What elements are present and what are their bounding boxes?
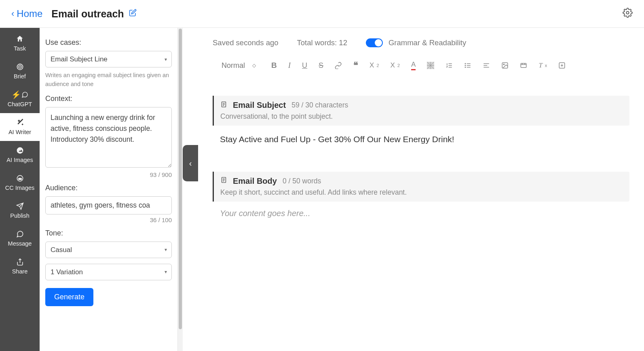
context-counter: 93 / 900 [45,171,172,178]
svg-rect-21 [521,63,527,68]
superscript-button[interactable]: X2 [391,61,400,69]
ordered-list-button[interactable] [446,62,453,69]
chatgpt-icon: ⚡ [11,90,28,99]
grammar-toggle[interactable] [366,38,383,47]
app-header: ‹ Home Email outreach [0,0,644,27]
sidebar-item-message[interactable]: Message [0,225,40,252]
tone-select[interactable]: Casual [45,242,172,258]
text-color-button[interactable]: A [411,61,416,70]
sidebar-item-cc-images[interactable]: cc CC Images [0,169,40,197]
audience-label: Audience: [45,184,172,192]
underline-button[interactable]: U [302,61,307,70]
svg-point-13 [465,63,466,64]
sidebar-item-ai-images[interactable]: AI Images [0,141,40,169]
strikethrough-button[interactable]: S [319,61,323,70]
generate-button[interactable]: Generate [45,288,93,306]
audience-counter: 36 / 100 [45,216,172,223]
target-icon [16,62,24,71]
add-block-button[interactable] [558,62,566,69]
collapse-pane: ‹ [183,28,198,351]
main: Task Brief ⚡ ChatGPT AI Writer AI Images… [0,27,644,351]
svg-point-14 [465,65,466,66]
subscript-button[interactable]: X2 [370,61,379,69]
unordered-list-button[interactable] [464,62,471,69]
grammar-label: Grammar & Readability [389,38,466,47]
body-placeholder[interactable]: Your content goes here... [220,209,629,218]
svg-point-3 [19,66,20,67]
highlight-button[interactable] [427,62,434,69]
bold-button[interactable]: B [271,61,277,70]
use-case-select[interactable]: Email Subject Line [45,51,172,67]
document-icon [220,101,227,110]
send-icon [16,202,24,210]
sidebar-item-publish[interactable]: Publish [0,197,40,225]
clear-format-button[interactable]: Tx [538,61,547,69]
context-label: Context: [45,95,172,103]
email-subject-block: Email Subject 59 / 30 characters Convers… [213,96,629,146]
email-body-block: Email Body 0 / 50 words Keep it short, s… [213,172,629,218]
block-header[interactable]: Email Body 0 / 50 words Keep it short, s… [213,172,629,202]
insert-video-button[interactable] [520,62,527,69]
block-subtitle: Keep it short, succinct and useful. Add … [220,188,623,197]
document-icon [220,177,227,185]
align-button[interactable] [483,62,490,69]
edit-icon[interactable] [129,9,137,19]
context-textarea[interactable]: Launching a new energy drink for active,… [45,107,172,168]
home-link[interactable]: ‹ Home [11,8,42,19]
paragraph-style-select[interactable]: Normal◇ [222,61,256,70]
insert-image-button[interactable] [501,62,509,69]
use-case-hint: Writes an engaging email subject lines g… [45,71,172,89]
page-title: Email outreach [51,8,136,20]
house-icon [16,34,24,43]
sidebar-item-brief[interactable]: Brief [0,57,40,85]
tone-label: Tone: [45,229,172,238]
chevron-left-icon: ‹ [11,8,14,19]
quote-button[interactable]: ❝ [353,60,358,71]
word-count: Total words: 12 [297,38,347,47]
variation-select[interactable]: 1 Variation [45,264,172,280]
sidebar: Task Brief ⚡ ChatGPT AI Writer AI Images… [0,28,40,351]
share-icon [16,257,24,266]
chevron-left-icon: ‹ [189,159,192,168]
audience-input[interactable] [45,196,172,214]
editor-status-bar: Saved seconds ago Total words: 12 Gramma… [213,38,629,47]
scrollbar-track[interactable] [178,28,183,351]
block-subtitle: Conversational, to the point subject. [220,112,623,121]
form-panel: Use cases: Email Subject Line Writes an … [40,28,178,351]
link-button[interactable] [335,62,342,69]
saved-status: Saved seconds ago [213,38,279,47]
svg-point-15 [465,67,466,68]
subject-content[interactable]: Stay Active and Fuel Up - Get 30% Off Ou… [220,133,629,146]
svg-text:cc: cc [18,177,21,180]
settings-icon[interactable] [623,8,633,20]
block-char-count: 59 / 30 characters [291,101,348,109]
image-icon [16,146,24,155]
sidebar-item-ai-writer[interactable]: AI Writer [0,113,40,141]
editor-toolbar: Normal◇ B I U S ❝ X2 X2 A Tx [213,57,629,74]
sidebar-item-task[interactable]: Task [0,29,40,57]
use-cases-label: Use cases: [45,38,172,47]
block-word-count: 0 / 50 words [283,177,321,185]
block-title: Email Subject [233,101,286,110]
collapse-button[interactable]: ‹ [183,145,198,181]
svg-point-20 [504,64,505,65]
block-title: Email Body [233,177,277,186]
wand-icon [16,118,24,127]
editor-panel: Saved seconds ago Total words: 12 Gramma… [198,28,644,351]
sidebar-item-chatgpt[interactable]: ⚡ ChatGPT [0,85,40,113]
block-header[interactable]: Email Subject 59 / 30 characters Convers… [213,96,629,126]
italic-button[interactable]: I [288,61,291,70]
home-label: Home [17,8,42,19]
cc-icon: cc [16,174,24,183]
message-icon [16,229,24,238]
svg-point-0 [626,11,629,14]
sidebar-item-share[interactable]: Share [0,252,40,280]
scrollbar-thumb[interactable] [179,29,182,329]
